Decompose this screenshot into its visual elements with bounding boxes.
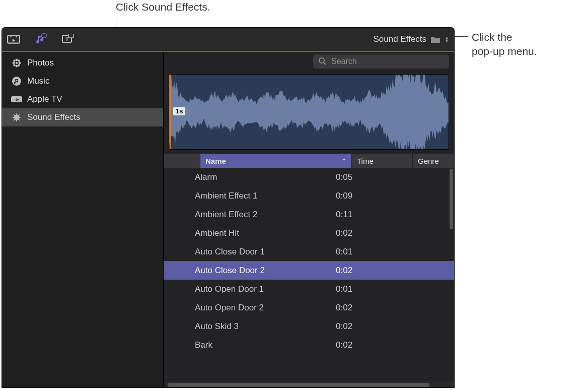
- svg-point-16: [18, 64, 20, 66]
- toolbar: T Sound Effects ▲▼: [2, 28, 454, 52]
- row-time: 0:02: [336, 266, 386, 276]
- search-input[interactable]: [330, 56, 444, 67]
- burst-icon: [11, 112, 22, 122]
- svg-point-13: [13, 59, 15, 61]
- svg-line-22: [324, 62, 326, 64]
- svg-marker-20: [12, 113, 21, 122]
- vertical-scrollbar[interactable]: [450, 169, 453, 229]
- column-name-label: Name: [205, 157, 226, 165]
- row-name: Bark: [195, 340, 336, 350]
- svg-point-10: [16, 65, 18, 68]
- app-window: T Sound Effects ▲▼ PhotosMusic‹tvApple T…: [2, 28, 454, 387]
- row-name: Auto Open Door 2: [195, 303, 336, 313]
- row-time: 0:02: [336, 303, 386, 313]
- table-row[interactable]: Auto Open Door 10:01: [164, 280, 454, 298]
- svg-rect-7: [68, 34, 74, 38]
- svg-point-11: [13, 62, 15, 64]
- music-icon: [11, 76, 22, 86]
- row-name: Auto Skid 3: [195, 321, 336, 332]
- svg-point-8: [16, 62, 18, 64]
- svg-marker-1: [10, 35, 12, 37]
- table-row[interactable]: Auto Skid 30:02: [164, 317, 454, 336]
- svg-point-15: [13, 64, 15, 66]
- library-icon[interactable]: [7, 34, 20, 45]
- svg-text:‹tv: ‹tv: [14, 97, 19, 102]
- row-name: Auto Close Door 1: [195, 247, 336, 257]
- sort-ascending-icon: ⌃: [342, 158, 346, 164]
- callout-right-line1: Click the: [472, 30, 537, 44]
- popup-label: Sound Effects: [374, 34, 427, 44]
- appletv-icon: ‹tv: [11, 94, 22, 104]
- column-name[interactable]: Name ⌃: [200, 154, 352, 168]
- table-row[interactable]: Alarm0:05: [164, 168, 454, 186]
- row-name: Ambient Hit: [195, 228, 336, 238]
- column-time[interactable]: Time: [352, 154, 413, 168]
- sidebar-item-photos[interactable]: Photos: [2, 54, 163, 72]
- sidebar-item-apple-tv[interactable]: ‹tvApple TV: [2, 90, 163, 108]
- column-time-label: Time: [357, 157, 374, 165]
- row-name: Alarm: [195, 172, 336, 182]
- sidebar-item-label: Music: [27, 76, 49, 86]
- table-row[interactable]: Ambient Hit0:02: [164, 224, 454, 242]
- table-row[interactable]: Ambient Effect 10:09: [164, 186, 454, 205]
- sidebar-item-sound-effects[interactable]: Sound Effects: [2, 108, 163, 126]
- svg-rect-0: [8, 35, 20, 43]
- toolbar-mode-icons: T: [7, 34, 75, 45]
- row-time: 0:02: [336, 321, 386, 332]
- horizontal-scrollbar-thumb[interactable]: [168, 383, 429, 387]
- svg-point-9: [16, 59, 18, 61]
- svg-point-12: [19, 62, 21, 64]
- search-icon: [318, 57, 326, 67]
- row-name: Auto Open Door 1: [195, 284, 336, 294]
- row-name: Ambient Effect 2: [195, 210, 336, 220]
- svg-point-14: [18, 59, 20, 61]
- row-time: 0:01: [336, 247, 386, 257]
- sidebar-item-label: Sound Effects: [27, 112, 81, 122]
- row-time: 0:05: [336, 172, 386, 182]
- row-time: 0:01: [336, 284, 386, 294]
- sidebar-item-music[interactable]: Music: [2, 72, 163, 90]
- updown-chevron-icon: ▲▼: [445, 36, 449, 42]
- svg-marker-3: [13, 39, 15, 42]
- row-name: Auto Close Door 2: [195, 266, 336, 276]
- main-panel: 1s Name ⌃ Time Genre Alarm0:05Ambient: [164, 52, 454, 387]
- main-header: [164, 52, 454, 71]
- column-headers: Name ⌃ Time Genre: [164, 154, 454, 168]
- waveform-svg: [169, 75, 449, 149]
- row-time: 0:02: [336, 340, 386, 350]
- flower-icon: [11, 58, 22, 68]
- waveform-preview[interactable]: 1s: [169, 74, 449, 150]
- svg-point-21: [319, 58, 324, 63]
- search-field[interactable]: [313, 54, 449, 69]
- svg-rect-4: [42, 34, 46, 37]
- callout-top-text: Click Sound Effects.: [116, 1, 210, 13]
- row-time: 0:11: [336, 210, 386, 220]
- row-name: Ambient Effect 1: [195, 191, 336, 201]
- callout-right-line2: pop-up menu.: [472, 44, 537, 58]
- row-time: 0:02: [336, 228, 386, 238]
- app-body: PhotosMusic‹tvApple TVSound Effects 1s: [2, 52, 454, 387]
- sound-list[interactable]: Alarm0:05Ambient Effect 10:09Ambient Eff…: [164, 168, 454, 381]
- table-row[interactable]: Bark0:02: [164, 336, 454, 354]
- folder-icon: [430, 35, 440, 43]
- column-genre[interactable]: Genre: [413, 154, 454, 168]
- playhead[interactable]: [170, 75, 171, 149]
- column-genre-label: Genre: [418, 157, 439, 165]
- sidebar-item-label: Apple TV: [27, 94, 62, 104]
- waveform-time-label: 1s: [173, 107, 185, 115]
- horizontal-scrollbar[interactable]: [164, 381, 454, 387]
- titles-browser-icon[interactable]: T: [61, 34, 75, 45]
- sidebar-item-label: Photos: [27, 58, 54, 68]
- callout-right-text: Click the pop-up menu.: [472, 30, 537, 59]
- column-gutter: [164, 154, 200, 168]
- table-row[interactable]: Auto Open Door 20:02: [164, 298, 454, 317]
- music-browser-icon[interactable]: [34, 34, 47, 45]
- svg-marker-2: [15, 35, 17, 37]
- sidebar: PhotosMusic‹tvApple TVSound Effects: [2, 52, 164, 387]
- table-row[interactable]: Ambient Effect 20:11: [164, 205, 454, 224]
- category-popup-menu[interactable]: Sound Effects ▲▼: [374, 34, 449, 44]
- table-row[interactable]: Auto Close Door 10:01: [164, 242, 454, 261]
- row-time: 0:09: [336, 191, 386, 201]
- table-row[interactable]: Auto Close Door 20:02: [164, 261, 454, 280]
